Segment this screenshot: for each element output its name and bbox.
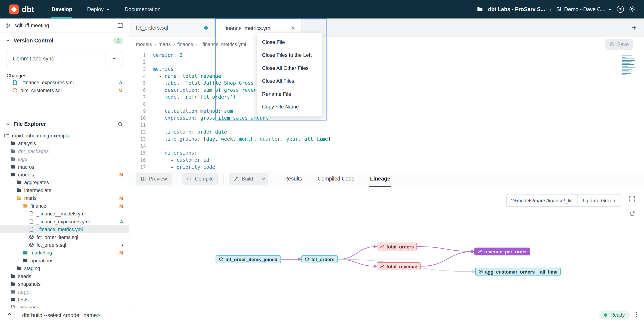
tree-item-_finance__models.yml[interactable]: _finance__models.yml xyxy=(0,210,129,217)
close-tab-icon[interactable]: × xyxy=(291,25,295,32)
tree-item-fct_orders.sql[interactable]: fct_orders.sql• xyxy=(0,241,129,249)
line-text: dimensions: xyxy=(146,150,197,156)
changed-file-row[interactable]: _finance_exposures.ymlA xyxy=(0,79,129,86)
tree-item-operations[interactable]: operations xyxy=(0,257,129,264)
expand-panel-chevron-icon[interactable] xyxy=(7,311,12,319)
tree-item-marts[interactable]: martsM xyxy=(0,194,129,202)
account-selector[interactable]: dbt Labs - ProServ S... xyxy=(488,6,545,13)
context-menu-item[interactable]: Copy File Name xyxy=(257,101,322,113)
tree-item-rapid-onboarding-exemplar[interactable]: rapid-onboarding-exemplar xyxy=(0,132,129,139)
lineage-node-revenue_per_order[interactable]: revenue_per_order xyxy=(474,248,530,255)
tree-item-dbt_packages[interactable]: dbt_packages xyxy=(0,147,129,155)
tree-item-staging[interactable]: staging xyxy=(0,264,129,272)
build-options-button[interactable] xyxy=(258,173,268,185)
tree-item-intermediate[interactable]: intermediate xyxy=(0,186,129,194)
version-control-header[interactable]: Version Control 2 xyxy=(0,33,129,48)
lineage-node-int_order_items_joined[interactable]: int_order_items_joined xyxy=(216,255,281,263)
search-icon[interactable] xyxy=(118,121,123,127)
lineage-node-agg_customer_orders__all_time[interactable]: agg_customer_orders__all_time xyxy=(475,268,561,275)
lineage-filter-input[interactable] xyxy=(507,194,577,207)
context-menu-item[interactable]: Close All Other Files xyxy=(257,62,322,75)
editor-tab-fct_orders.sql[interactable]: fct_orders.sql xyxy=(130,19,215,37)
breadcrumb-item[interactable]: _finance_metrics.yml xyxy=(200,41,246,47)
save-floppy-icon xyxy=(610,42,615,47)
tree-item-.gitignore[interactable]: .gitignore xyxy=(0,303,129,308)
tree-item-_finance_metrics.yml[interactable]: _finance_metrics.yml xyxy=(0,225,129,233)
project-selector[interactable]: SL Demo - Dave C... xyxy=(556,6,612,13)
build-button[interactable]: Build xyxy=(229,173,258,185)
tree-item-seeds[interactable]: seeds xyxy=(0,272,129,280)
update-graph-button[interactable]: Update Graph xyxy=(577,194,621,207)
context-menu-item[interactable]: Rename File xyxy=(257,88,322,101)
tree-item-marketing[interactable]: marketingM xyxy=(0,249,129,257)
model-cube-icon xyxy=(219,257,224,261)
nav-develop[interactable]: Develop xyxy=(52,0,72,19)
folder-icon xyxy=(16,188,22,193)
breadcrumb-item[interactable]: finance xyxy=(178,41,193,47)
line-number: 12 xyxy=(130,129,146,135)
file-explorer-title: File Explorer xyxy=(14,121,46,127)
git-status-letter: M xyxy=(118,88,122,93)
code-editor[interactable]: 1version: 223metrics:4 - name: total_rev… xyxy=(130,52,644,171)
nav-documentation[interactable]: Documentation xyxy=(125,0,161,19)
brand-name: dbt xyxy=(22,5,34,14)
node-label: fct_orders xyxy=(311,257,334,262)
save-button[interactable]: Save xyxy=(605,39,633,50)
tree-item-aggregates[interactable]: aggregates xyxy=(0,179,129,186)
tab-compiled-code[interactable]: Compiled Code xyxy=(317,171,355,187)
folder-icon xyxy=(10,164,16,169)
commit-and-sync-button[interactable]: Commit and sync xyxy=(7,51,106,66)
status-dot-icon xyxy=(604,313,608,317)
kebab-menu-icon[interactable] xyxy=(636,311,638,319)
help-icon[interactable]: ? xyxy=(617,6,624,13)
code-line: 1version: 2 xyxy=(130,52,644,59)
status-badge: Ready xyxy=(599,310,630,319)
build-label: Build xyxy=(242,176,253,182)
line-number: 5 xyxy=(130,80,146,86)
breadcrumb-item[interactable]: models xyxy=(136,41,152,47)
tab-context-menu: Close FileClose Files to the LeftClose A… xyxy=(257,33,322,117)
tree-item-logs[interactable]: logs xyxy=(0,155,129,163)
tree-item-analysis[interactable]: analysis xyxy=(0,139,129,147)
commit-control: Commit and sync xyxy=(7,51,122,66)
commit-options-button[interactable] xyxy=(106,51,122,66)
breadcrumb-item[interactable]: marts xyxy=(158,41,171,47)
new-tab-plus-icon[interactable]: + xyxy=(632,23,636,32)
docs-book-icon[interactable] xyxy=(117,23,123,29)
tab-results[interactable]: Results xyxy=(284,171,303,187)
folder-icon xyxy=(10,273,16,279)
code-line: 17 - priority_code xyxy=(130,163,644,170)
lineage-node-total_revenue[interactable]: total_revenue xyxy=(377,262,420,270)
tree-item-snapshots[interactable]: snapshots xyxy=(0,280,129,288)
compile-button[interactable]: Compile xyxy=(182,173,218,185)
lineage-node-fct_orders[interactable]: fct_orders xyxy=(302,255,338,263)
fullscreen-expand-icon[interactable] xyxy=(627,193,637,204)
reset-graph-icon[interactable] xyxy=(627,209,637,219)
context-menu-item[interactable]: Close All Files xyxy=(257,75,322,88)
code-line: 14 xyxy=(130,142,644,149)
changed-file-row[interactable]: dim_customers.sqlM xyxy=(0,86,129,94)
code-line: 6 description: sum of gross revenue xyxy=(130,86,644,94)
tree-item-fct_order_items.sql[interactable]: fct_order_items.sql xyxy=(0,233,129,241)
preview-button[interactable]: Preview xyxy=(136,173,172,185)
tree-item-label: fct_orders.sql xyxy=(37,242,66,248)
tree-item-_finance_exposures.yml[interactable]: _finance_exposures.ymlA xyxy=(0,218,129,225)
tree-item-macros[interactable]: macros xyxy=(0,163,129,171)
git-branch-row[interactable]: sqlfluff-meeting xyxy=(0,19,129,33)
tree-item-label: target xyxy=(18,289,31,295)
tree-item-models[interactable]: modelsM xyxy=(0,171,129,178)
context-menu-item[interactable]: Close File xyxy=(257,36,322,49)
context-menu-item[interactable]: Close Files to the Left xyxy=(257,49,322,62)
nav-deploy[interactable]: Deploy xyxy=(87,0,110,19)
settings-gear-icon[interactable] xyxy=(629,6,636,13)
tree-item-tests[interactable]: tests xyxy=(0,296,129,303)
line-text: - priority_code xyxy=(146,164,215,170)
changed-file-name: _finance_exposures.yml xyxy=(20,80,74,85)
tab-lineage[interactable]: Lineage xyxy=(369,171,391,187)
lineage-node-total_orders[interactable]: total_orders xyxy=(377,243,417,250)
tree-item-target[interactable]: target xyxy=(0,288,129,296)
node-label: total_revenue xyxy=(386,264,417,269)
file-explorer-header[interactable]: File Explorer xyxy=(0,116,129,132)
tree-item-finance[interactable]: financeM xyxy=(0,202,129,210)
command-input[interactable]: dbt build --select <model_name> xyxy=(22,312,100,318)
